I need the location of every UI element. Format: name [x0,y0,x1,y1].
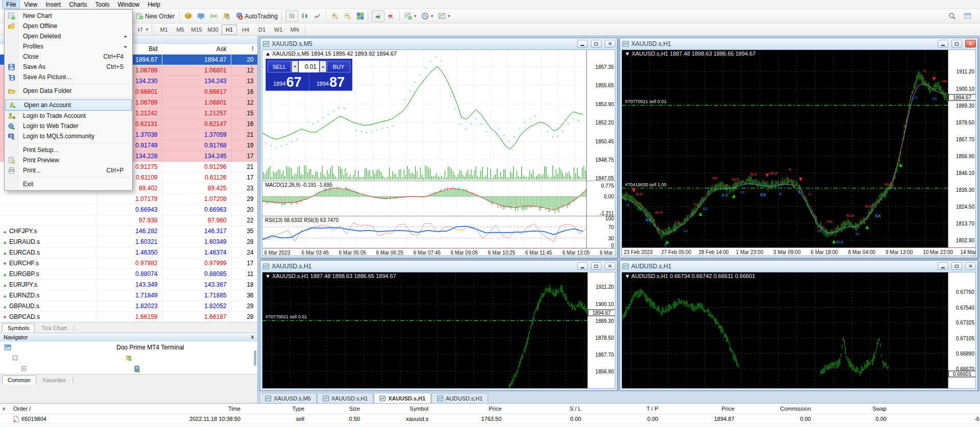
auto-scroll-button[interactable] [372,10,385,22]
volume-input[interactable]: 0.01 [299,61,319,72]
chart-window-titlebar[interactable]: AUDUSD.s,H1✕ [620,261,977,271]
accounts-button[interactable] [220,10,233,22]
col-time[interactable]: Time [112,406,245,412]
chart-tab-audusd-h1[interactable]: AUDUSD.s,H1 [432,393,488,403]
bar-chart-button[interactable] [285,10,298,22]
chart-tab-xauusd-h1-b[interactable]: XAUUSD.s,H1 [374,393,431,403]
col-sl[interactable]: S / L [508,406,585,412]
chart-tab-xauusd-h1-a[interactable]: XAUUSD.s,H1 [317,393,374,403]
col-price[interactable]: Price [435,406,506,412]
minimize-button[interactable] [577,262,588,270]
menu-insert[interactable]: Insert [41,1,65,9]
timeframe-w1[interactable]: W1 [271,24,286,35]
col-price-current[interactable]: Price [665,406,738,412]
col-tp[interactable]: T / P [588,406,662,412]
minimize-button[interactable] [938,262,948,270]
mw-row-eurchf.s[interactable]: ▼EURCHF.s0.979820.9799917 [0,258,257,268]
close-button[interactable]: ✕ [965,40,976,47]
close-button[interactable]: ✕ [605,262,615,270]
periods-button[interactable]: ▾ [419,10,436,22]
candle-chart-button[interactable] [298,10,311,22]
menu-tools[interactable]: Tools [91,1,114,9]
price-chart-plot[interactable]: HIBLBSXWLBBSLXTLSSHRBLBWLBHIBLBSXWLBBSLX… [622,50,948,247]
data-window-button[interactable] [195,10,207,22]
order-row[interactable]: 650198042022.11.18 10:38:50sell0.50xauus… [0,414,980,424]
timeframe-m30[interactable]: M30 [205,24,221,35]
chart-tab-xauusd-m5[interactable]: XAUUSD.s,M5 [259,393,317,403]
mw-row[interactable]: 97.93897.96022 [0,215,257,225]
mw-row-gbpaud.s[interactable]: ▲GBPAUD.s1.820231.8205229 [0,300,257,311]
macd-pane[interactable]: MACD(12,26,9) -0.191 -1.695 [262,181,586,216]
tile-windows-button[interactable] [354,10,367,22]
buy-price[interactable]: 189487 [309,72,352,90]
file-menu-print-setup[interactable]: Print Setup... [5,145,132,155]
file-menu-login-to-trade-account[interactable]: Login to Trade Account [5,111,132,121]
navigator-close-icon[interactable]: x [251,334,254,340]
mw-row-eurgbp.s[interactable]: ▲EURGBP.s0.880740.8808511 [0,268,257,279]
line-chart-button[interactable] [311,10,324,22]
close-button[interactable]: ✕ [965,262,976,270]
col-size[interactable]: Size [311,406,364,412]
zoom-out-button[interactable] [341,10,354,22]
menu-charts[interactable]: Charts [65,1,91,9]
mw-row-gbpcad.s[interactable]: ▼GBPCAD.s1.661591.6618728 [0,311,257,322]
file-menu-login-to-web-trader[interactable]: Login to Web Trader [5,121,132,131]
file-menu-new-chart[interactable]: New Chart [5,11,132,21]
mw-row[interactable]: 0.669430.6696320 [0,204,257,215]
tree-expander-icon[interactable]: - [13,356,17,360]
col-order[interactable]: Order / [0,406,110,412]
minimize-button[interactable] [938,40,948,47]
navigator-scrollbar[interactable] [254,350,256,366]
templates-button[interactable]: ▾ [436,10,452,22]
file-menu-exit[interactable]: Exit [5,179,132,189]
file-menu-print[interactable]: Print...Ctrl+P [5,165,132,175]
tab-favorites[interactable]: Favorites [37,375,71,385]
close-button[interactable]: ✕ [605,40,615,47]
mw-col-ask[interactable]: Ask [162,44,231,54]
price-chart-plot[interactable]: ▲ XAUUSD.s,M5 1894.15 1895.42 1893.92 18… [262,50,586,181]
file-menu-close[interactable]: CloseCtrl+F4 [5,52,132,62]
restore-button[interactable] [951,262,962,270]
chart-window-titlebar[interactable]: XAUUSD.s,H1✕ [620,38,977,49]
file-menu-save-as-picture[interactable]: Save As Picture... [5,72,132,82]
menu-window[interactable]: Window [114,1,144,9]
search-button[interactable] [946,10,959,22]
new-order-button[interactable]: New Order [133,10,177,22]
volume-increase-button[interactable]: ▴ [320,61,326,72]
file-menu-profiles[interactable]: Profiles▸ [5,41,132,52]
mw-row-eurcad.s[interactable]: ▲EURCAD.s1.463501.4637424 [0,247,257,258]
mw-row[interactable]: 1.071791.0720829 [0,193,257,204]
file-menu-open-offline[interactable]: Open Offline [5,21,132,31]
timeframe-m5[interactable]: M5 [173,24,188,35]
buy-button[interactable]: BUY [327,61,350,72]
autotrading-button[interactable]: AutoTrading [233,10,280,22]
chart-shift-button[interactable] [385,10,397,22]
menu-file[interactable]: File [2,1,20,9]
tab-tick-chart[interactable]: Tick Chart [36,323,73,333]
timeframe-m1[interactable]: M1 [156,24,172,35]
tab-common[interactable]: Common [2,375,36,385]
restore-button[interactable] [951,40,962,47]
file-menu-open-an-account[interactable]: Open an Account [5,99,132,111]
rsi-pane[interactable]: RSI(13) 58.6332 RSI(3) 63.7470 [262,216,586,248]
mw-row-euraud.s[interactable]: ▲EURAUD.s1.603211.6034928 [0,236,257,247]
tab-symbols[interactable]: Symbols [2,323,35,333]
history-cube-button[interactable] [182,10,195,22]
timeframe-h1[interactable]: H1 [222,24,237,35]
timeframe-mn[interactable]: MN [287,24,302,35]
zoom-in-button[interactable] [328,10,341,22]
indicators-button[interactable]: ▾ [402,10,419,22]
col-commission[interactable]: Commission [741,406,815,412]
file-menu-open-deleted[interactable]: Open Deleted▸ [5,31,132,41]
col-symbol[interactable]: Symbol [367,406,433,412]
mw-row-eurnzd.s[interactable]: ▲EURNZD.s1.718491.7188536 [0,290,257,300]
restore-button[interactable] [591,262,602,270]
signals-button[interactable] [207,10,220,22]
nav-item-dooprime-demo[interactable]: +DooPrime-Demo [0,363,257,374]
menu-view[interactable]: View [20,1,41,9]
timeframe-h4[interactable]: H4 [238,24,253,35]
mw-row-chfjpy.s[interactable]: ▲CHFJPY.s146.282146.31735 [0,225,257,236]
nav-item-doo-prime-mt4-terminal[interactable]: Doo Prime MT4 Terminal [0,342,257,353]
community-panel-button[interactable] [961,10,974,22]
col-profit[interactable]: Profit [893,406,980,412]
